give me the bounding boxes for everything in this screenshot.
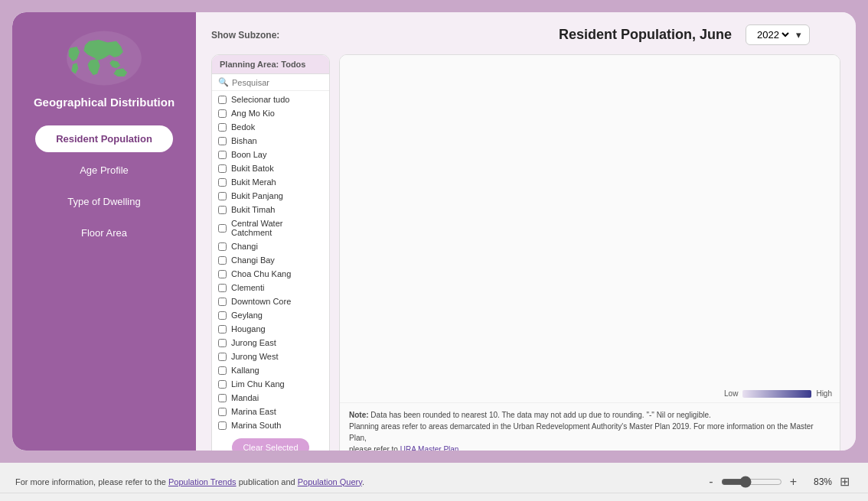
filter-item-label: Ang Mo Kio bbox=[231, 109, 275, 118]
sidebar-item-resident-population[interactable]: Resident Population bbox=[35, 125, 173, 152]
inner-card: Geographical Distribution Resident Popul… bbox=[12, 12, 856, 451]
population-trends-link[interactable]: Population Trends bbox=[168, 477, 237, 486]
search-icon: 🔍 bbox=[218, 77, 229, 87]
filter-item[interactable]: Bukit Timah bbox=[212, 203, 329, 216]
filter-item-label: Kallang bbox=[231, 366, 259, 375]
legend-low-label: Low bbox=[724, 389, 738, 398]
filter-item[interactable]: Hougang bbox=[212, 322, 329, 336]
filter-checkbox[interactable] bbox=[218, 380, 227, 389]
filter-item[interactable]: Bukit Batok bbox=[212, 161, 329, 175]
filter-item-label: Bishan bbox=[231, 136, 257, 145]
filter-list: Selecionar tudoAng Mo KioBedokBishanBoon… bbox=[212, 91, 329, 434]
filter-item[interactable]: Bedok bbox=[212, 120, 329, 134]
filter-checkbox[interactable] bbox=[218, 339, 227, 347]
map-area: Low High Note: Data has been rounded to … bbox=[339, 54, 840, 451]
note-text2: Planning areas refer to areas demarcated… bbox=[349, 422, 814, 442]
filter-item-label: Central Water Catchment bbox=[231, 219, 323, 237]
filter-item-label: Jurong East bbox=[231, 338, 276, 347]
filter-checkbox[interactable] bbox=[218, 96, 227, 104]
zoom-plus-button[interactable]: + bbox=[787, 473, 800, 490]
filter-checkbox[interactable] bbox=[218, 394, 227, 402]
filter-checkbox[interactable] bbox=[218, 421, 227, 430]
filter-item-label: Bukit Merah bbox=[231, 177, 276, 187]
filter-item-label: Downtown Core bbox=[231, 297, 291, 306]
filter-checkbox[interactable] bbox=[218, 178, 227, 187]
filter-checkbox[interactable] bbox=[218, 123, 227, 132]
note-label: Note: bbox=[349, 411, 369, 419]
filter-item[interactable]: Lim Chu Kang bbox=[212, 377, 329, 391]
show-subzone-label: Show Subzone: bbox=[211, 30, 279, 41]
filter-checkbox[interactable] bbox=[218, 151, 227, 159]
sidebar-item-age-profile[interactable]: Age Profile bbox=[35, 157, 173, 184]
filter-item[interactable]: Jurong West bbox=[212, 350, 329, 363]
filter-item[interactable]: Geylang bbox=[212, 308, 329, 322]
main-container: Geographical Distribution Resident Popul… bbox=[0, 0, 868, 463]
filter-item-label: Choa Chu Kang bbox=[231, 269, 291, 278]
filter-checkbox[interactable] bbox=[218, 298, 227, 306]
filter-item[interactable]: Downtown Core bbox=[212, 294, 329, 308]
filter-item-label: Hougang bbox=[231, 324, 266, 333]
filter-item-label: Changi Bay bbox=[231, 255, 275, 265]
filter-checkbox[interactable] bbox=[218, 408, 227, 416]
note-text3: please refer to bbox=[349, 445, 400, 451]
note-text1: Data has been rounded to nearest 10. The… bbox=[370, 411, 710, 419]
filter-checkbox[interactable] bbox=[218, 284, 227, 292]
year-select[interactable]: 20152016201720182019202020212022 bbox=[754, 28, 791, 41]
filter-checkbox[interactable] bbox=[218, 242, 227, 251]
population-query-link[interactable]: Population Query bbox=[298, 477, 362, 486]
filter-item[interactable]: Kallang bbox=[212, 363, 329, 377]
filter-item[interactable]: Changi Bay bbox=[212, 253, 329, 267]
filter-item[interactable]: Marina South bbox=[212, 418, 329, 432]
filter-item[interactable]: Choa Chu Kang bbox=[212, 267, 329, 281]
filter-item-label: Clementi bbox=[231, 283, 264, 292]
filter-checkbox[interactable] bbox=[218, 137, 227, 145]
filter-search-input[interactable] bbox=[232, 78, 330, 87]
filter-checkbox[interactable] bbox=[218, 325, 227, 333]
clear-selected-button[interactable]: Clear Selected bbox=[232, 438, 308, 451]
filter-checkbox[interactable] bbox=[218, 109, 227, 118]
filter-checkbox[interactable] bbox=[218, 256, 227, 265]
page-title: Resident Population, June bbox=[559, 27, 732, 43]
filter-checkbox[interactable] bbox=[218, 366, 227, 375]
filter-checkbox[interactable] bbox=[218, 224, 227, 233]
filter-item[interactable]: Bishan bbox=[212, 134, 329, 148]
zoom-slider[interactable] bbox=[721, 476, 782, 488]
globe-icon bbox=[62, 28, 146, 89]
filter-item[interactable]: Clementi bbox=[212, 281, 329, 294]
filter-item[interactable]: Boon Lay bbox=[212, 148, 329, 161]
filter-item[interactable]: Central Water Catchment bbox=[212, 216, 329, 239]
filter-item[interactable]: Bukit Merah bbox=[212, 175, 329, 189]
content-header: Show Subzone: Resident Population, June … bbox=[211, 24, 840, 45]
filter-item-label: Boon Lay bbox=[231, 150, 266, 159]
filter-checkbox[interactable] bbox=[218, 353, 227, 361]
year-dropdown[interactable]: 20152016201720182019202020212022 ▾ bbox=[746, 24, 810, 45]
note-area: Note: Data has been rounded to nearest 1… bbox=[340, 402, 840, 451]
filter-item[interactable]: Jurong East bbox=[212, 336, 329, 350]
filter-item[interactable]: Bukit Panjang bbox=[212, 189, 329, 203]
filter-checkbox[interactable] bbox=[218, 311, 227, 320]
legend-bar bbox=[742, 390, 811, 398]
filter-checkbox[interactable] bbox=[218, 206, 227, 214]
footer-info-prefix: For more information, please refer to th… bbox=[15, 477, 168, 486]
filter-panel: Planning Area: Todos 🔍 Selecionar tudoAn… bbox=[211, 54, 330, 451]
filter-item[interactable]: Mandai bbox=[212, 391, 329, 405]
sidebar-nav: Resident PopulationAge ProfileType of Dw… bbox=[35, 125, 173, 251]
zoom-minus-button[interactable]: - bbox=[706, 473, 716, 490]
filter-item-label: Jurong West bbox=[231, 352, 279, 361]
filter-checkbox[interactable] bbox=[218, 192, 227, 200]
filter-item-label: Bukit Timah bbox=[231, 205, 275, 214]
fit-to-screen-button[interactable]: ⊞ bbox=[837, 473, 853, 490]
filter-item[interactable]: Marina East bbox=[212, 405, 329, 418]
filter-item-label: Geylang bbox=[231, 311, 263, 320]
ura-master-plan-link[interactable]: URA Master Plan bbox=[400, 445, 459, 451]
filter-item-label: Lim Chu Kang bbox=[231, 379, 285, 389]
sidebar-item-floor-area[interactable]: Floor Area bbox=[35, 220, 173, 246]
filter-item-label: Changi bbox=[231, 242, 258, 251]
filter-item[interactable]: Ang Mo Kio bbox=[212, 106, 329, 120]
filter-item[interactable]: Selecionar tudo bbox=[212, 93, 329, 106]
footer-info-text: For more information, please refer to th… bbox=[15, 477, 364, 486]
filter-checkbox[interactable] bbox=[218, 270, 227, 278]
filter-checkbox[interactable] bbox=[218, 164, 227, 173]
filter-item[interactable]: Changi bbox=[212, 239, 329, 253]
sidebar-item-type-of-dwelling[interactable]: Type of Dwelling bbox=[35, 188, 173, 215]
